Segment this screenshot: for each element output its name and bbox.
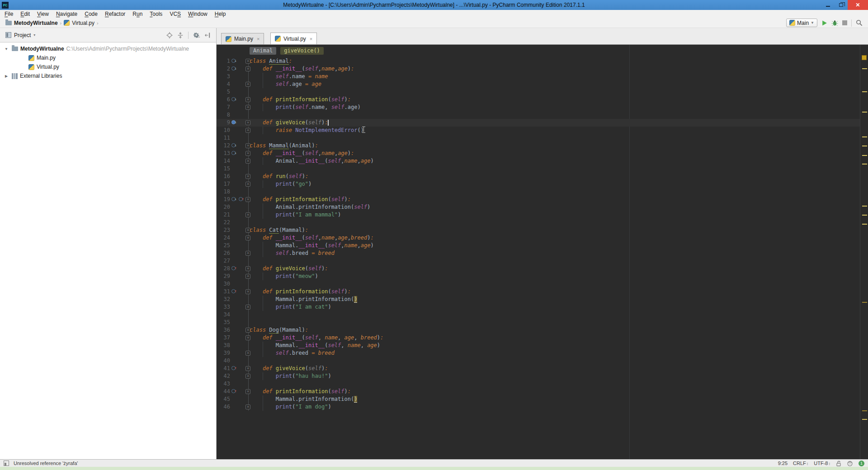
- overridden-method-icon[interactable]: [231, 97, 236, 101]
- code-text[interactable]: def __init__(self,name,age):: [250, 65, 354, 73]
- settings-gear-icon[interactable]: [193, 32, 200, 38]
- code-line[interactable]: 40: [217, 357, 860, 365]
- line-number[interactable]: 21: [217, 211, 230, 219]
- line-number[interactable]: 38: [217, 342, 230, 349]
- expanded-arrow-icon[interactable]: ▼: [3, 47, 9, 51]
- inspection-status-indicator[interactable]: [862, 55, 867, 60]
- line-number[interactable]: 13: [217, 150, 230, 157]
- code-line[interactable]: 4∧ self.age = age: [217, 80, 860, 88]
- code-line[interactable]: 15: [217, 165, 860, 173]
- line-number[interactable]: 27: [217, 257, 230, 265]
- code-text[interactable]: print("I am dog"): [250, 403, 331, 411]
- warning-stripe-mark[interactable]: [862, 215, 867, 216]
- code-text[interactable]: Mammal.__init__(self,name,age): [250, 242, 374, 249]
- code-text[interactable]: print("hau hau!"): [250, 372, 331, 380]
- code-line[interactable]: 36∨class Dog(Mammal):: [217, 326, 860, 334]
- encoding-select[interactable]: UTF-8↕: [814, 461, 830, 466]
- code-line[interactable]: 34: [217, 311, 860, 319]
- error-stripe[interactable]: [860, 45, 868, 459]
- tab-close-icon[interactable]: ×: [310, 36, 312, 42]
- close-button[interactable]: ✕: [848, 0, 868, 10]
- breadcrumb-chip[interactable]: giveVoice(): [280, 47, 323, 55]
- code-text[interactable]: print("I am mammal"): [250, 211, 341, 219]
- menu-item-window[interactable]: Window: [184, 10, 211, 18]
- code-line[interactable]: 9∨ def giveVoice(self):: [217, 119, 860, 127]
- line-number[interactable]: 43: [217, 380, 230, 388]
- code-text[interactable]: def run(self):: [250, 173, 308, 180]
- debug-button[interactable]: [831, 20, 838, 26]
- line-number[interactable]: 2: [217, 65, 230, 73]
- hector-inspection-icon[interactable]: [847, 460, 853, 466]
- menu-item-tools[interactable]: Tools: [146, 10, 166, 18]
- line-number[interactable]: 4: [217, 80, 230, 88]
- line-number[interactable]: 30: [217, 280, 230, 288]
- tree-row[interactable]: ▶External Libraries: [0, 71, 216, 80]
- menu-item-view[interactable]: View: [33, 10, 52, 18]
- code-text[interactable]: Animal.printInformation(self): [250, 203, 370, 211]
- code-line[interactable]: 23∨class Cat(Mammal):: [217, 226, 860, 234]
- code-line[interactable]: 38 Mammal.__init__(self, name, age): [217, 342, 860, 349]
- line-number[interactable]: 32: [217, 296, 230, 303]
- line-number[interactable]: 45: [217, 395, 230, 403]
- code-text[interactable]: def giveVoice(self):: [250, 119, 328, 127]
- line-number[interactable]: 1: [217, 57, 230, 65]
- code-line[interactable]: 43: [217, 380, 860, 388]
- code-line[interactable]: 46∧ print("I am dog"): [217, 403, 860, 411]
- line-number[interactable]: 18: [217, 188, 230, 196]
- breadcrumb-chip[interactable]: Animal: [250, 47, 276, 55]
- overriding-method-icon[interactable]: [231, 366, 236, 370]
- code-text[interactable]: def __init__(self, name, age, breed):: [250, 334, 383, 342]
- overriding-method-icon[interactable]: [231, 289, 236, 293]
- code-text[interactable]: self.breed = breed: [250, 249, 335, 257]
- minimize-button[interactable]: [821, 0, 835, 10]
- line-number[interactable]: 41: [217, 365, 230, 372]
- line-number[interactable]: 7: [217, 103, 230, 111]
- line-number[interactable]: 3: [217, 73, 230, 80]
- line-number[interactable]: 8: [217, 111, 230, 119]
- menu-item-navigate[interactable]: Navigate: [52, 10, 81, 18]
- overridden-method-icon[interactable]: [231, 59, 236, 63]
- line-number[interactable]: 29: [217, 273, 230, 280]
- line-number[interactable]: 40: [217, 357, 230, 365]
- code-line[interactable]: 5: [217, 88, 860, 96]
- line-number[interactable]: 34: [217, 311, 230, 319]
- line-number[interactable]: 24: [217, 234, 230, 242]
- warning-stripe-mark[interactable]: [862, 224, 867, 225]
- code-line[interactable]: 30: [217, 280, 860, 288]
- code-text[interactable]: def __init__(self,name,age,breed):: [250, 234, 374, 242]
- line-number[interactable]: 11: [217, 134, 230, 142]
- run-configuration-select[interactable]: Main ▼: [786, 19, 817, 27]
- code-text[interactable]: class Dog(Mammal):: [250, 326, 308, 334]
- line-number[interactable]: 6: [217, 96, 230, 103]
- code-text[interactable]: self.breed = breed: [250, 349, 335, 357]
- code-line[interactable]: 21∧ print("I am mammal"): [217, 211, 860, 219]
- code-line[interactable]: 3 self.name = name: [217, 73, 860, 80]
- tree-row[interactable]: Virtual.py: [0, 62, 216, 71]
- line-number[interactable]: 31: [217, 288, 230, 296]
- code-text[interactable]: def printInformation(self):: [250, 96, 351, 103]
- breadcrumb-item[interactable]: MetodyWirtualne: [5, 20, 58, 26]
- code-line[interactable]: 17∧ print("go"): [217, 180, 860, 188]
- code-text[interactable]: print("I am cat"): [250, 303, 331, 311]
- code-line[interactable]: 41∨ def giveVoice(self):: [217, 365, 860, 372]
- line-number[interactable]: 33: [217, 303, 230, 311]
- line-number[interactable]: 23: [217, 226, 230, 234]
- warning-stripe-mark[interactable]: [862, 68, 867, 69]
- code-line[interactable]: 45 Mammal.printInformation(): [217, 395, 860, 403]
- code-text[interactable]: def giveVoice(self):: [250, 365, 328, 372]
- code-line[interactable]: 20 Animal.printInformation(self): [217, 203, 860, 211]
- code-text[interactable]: Animal.__init__(self,name,age): [250, 157, 374, 165]
- warning-stripe-mark[interactable]: [862, 91, 867, 92]
- code-line[interactable]: 32 Mammal.printInformation(): [217, 296, 860, 303]
- line-number[interactable]: 19: [217, 196, 230, 203]
- line-number[interactable]: 39: [217, 349, 230, 357]
- line-number[interactable]: 42: [217, 372, 230, 380]
- warning-stripe-mark[interactable]: [862, 164, 867, 164]
- code-line[interactable]: 39∧ self.breed = breed: [217, 349, 860, 357]
- tool-window-toggle-icon[interactable]: [4, 461, 9, 466]
- line-number[interactable]: 10: [217, 127, 230, 134]
- notification-badge[interactable]: 1: [859, 461, 864, 466]
- collapse-all-icon[interactable]: [177, 32, 184, 38]
- code-line[interactable]: 11: [217, 134, 860, 142]
- code-line[interactable]: 31∨ def printInformation(self):: [217, 288, 860, 296]
